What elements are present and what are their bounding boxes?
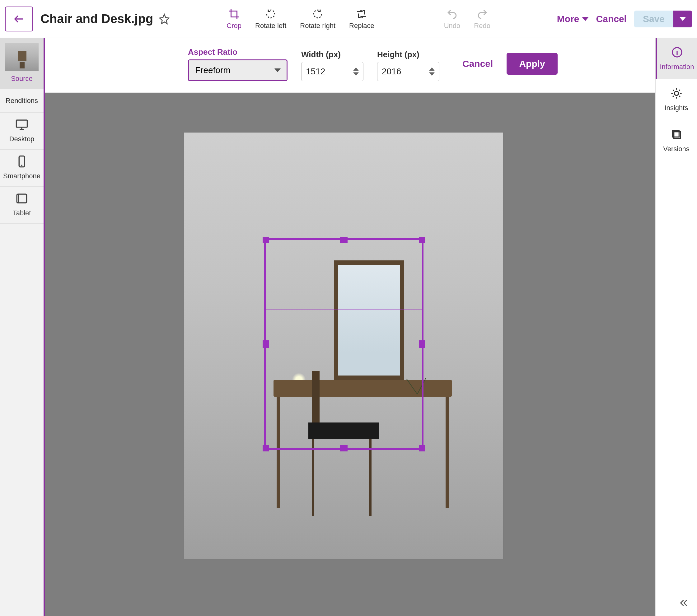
versions-icon [670, 128, 683, 141]
grid-line [318, 240, 318, 448]
cancel-button[interactable]: Cancel [596, 14, 627, 24]
caret-down-icon [353, 72, 359, 76]
crop-controls: Aspect Ratio Freeform Width (px) 1512 [45, 38, 655, 93]
right-rail: Information Insights Versions [655, 38, 697, 616]
rotate-left-label: Rotate left [255, 22, 286, 30]
crop-handle-br[interactable] [419, 445, 425, 451]
aspect-ratio-field: Aspect Ratio Freeform [188, 47, 287, 81]
crop-cancel-button[interactable]: Cancel [462, 59, 493, 69]
caret-down-icon [680, 16, 686, 22]
crop-handle-left[interactable] [263, 340, 269, 348]
rail-label-tablet: Tablet [2, 209, 41, 217]
star-icon [159, 13, 170, 25]
grid-line [266, 309, 422, 310]
main-layout: Source Renditions Desktop Smartphone Tab… [0, 38, 697, 616]
height-input[interactable]: 2016 [377, 62, 439, 81]
rail-label-smartphone: Smartphone [2, 172, 41, 180]
caret-down-icon [429, 72, 435, 76]
favorite-toggle[interactable] [158, 13, 170, 25]
back-button[interactable] [5, 6, 33, 31]
rail-label-source: Source [2, 75, 41, 83]
svg-rect-0 [16, 120, 27, 127]
grid-line [370, 240, 370, 448]
collapse-right-rail[interactable] [678, 597, 689, 610]
rail-item-smartphone[interactable]: Smartphone [0, 150, 44, 187]
height-value: 2016 [382, 66, 429, 77]
crop-handle-top[interactable] [340, 237, 347, 243]
width-input[interactable]: 1512 [301, 62, 364, 81]
canvas[interactable] [45, 93, 655, 616]
rotate-left-icon [265, 8, 277, 20]
redo-label: Redo [474, 22, 490, 30]
insights-icon [670, 87, 683, 100]
crop-handle-tl[interactable] [263, 237, 269, 243]
rotate-right-label: Rotate right [300, 22, 336, 30]
width-spinner[interactable] [353, 67, 359, 76]
rail-label-desktop: Desktop [2, 135, 41, 143]
chevrons-left-icon [678, 597, 689, 609]
crop-tool-label: Crop [226, 22, 241, 30]
redo-icon [476, 8, 488, 20]
page-title: Chair and Desk.jpg [41, 12, 153, 26]
save-button: Save [634, 11, 673, 27]
crop-selection[interactable] [264, 238, 424, 450]
rail-label-renditions: Renditions [2, 97, 41, 105]
tool-group: Crop Rotate left Rotate right Replace Un… [226, 8, 490, 30]
height-field: Height (px) 2016 [377, 50, 439, 81]
width-field: Width (px) 1512 [301, 50, 364, 81]
top-right-actions: More Cancel Save [557, 11, 692, 27]
undo-label: Undo [444, 22, 460, 30]
arrow-left-icon [13, 13, 25, 25]
editor-area: Aspect Ratio Freeform Width (px) 1512 [45, 38, 655, 616]
crop-handle-tr[interactable] [419, 237, 425, 243]
photo-chair [312, 439, 314, 516]
svg-rect-5 [674, 132, 681, 139]
replace-tool[interactable]: Replace [349, 8, 374, 30]
caret-up-icon [353, 67, 359, 71]
rail-item-desktop[interactable]: Desktop [0, 112, 44, 150]
redo-tool: Redo [474, 8, 490, 30]
tablet-icon [15, 192, 28, 205]
crop-tool[interactable]: Crop [226, 8, 241, 30]
undo-tool: Undo [444, 8, 460, 30]
crop-handle-bottom[interactable] [340, 445, 347, 451]
rotate-right-tool[interactable]: Rotate right [300, 8, 336, 30]
aspect-ratio-caret [268, 60, 286, 80]
height-label: Height (px) [377, 50, 439, 59]
height-spinner[interactable] [429, 67, 435, 76]
rotate-right-icon [312, 8, 324, 20]
more-label: More [557, 14, 579, 24]
caret-down-icon [275, 67, 281, 73]
width-label: Width (px) [301, 50, 364, 59]
aspect-ratio-label: Aspect Ratio [188, 47, 287, 57]
svg-point-4 [674, 91, 678, 95]
width-value: 1512 [306, 66, 353, 77]
save-split-button: Save [634, 11, 692, 27]
caret-down-icon [582, 16, 589, 22]
caret-up-icon [429, 67, 435, 71]
desktop-icon [15, 118, 28, 131]
rail-item-tablet[interactable]: Tablet [0, 187, 44, 224]
apply-button[interactable]: Apply [507, 53, 557, 75]
svg-rect-6 [672, 130, 679, 137]
rail-item-insights[interactable]: Insights [656, 79, 697, 120]
top-toolbar: Chair and Desk.jpg Crop Rotate left Rota… [0, 0, 697, 38]
photo-chair [369, 439, 372, 516]
smartphone-icon [15, 155, 28, 168]
crop-handle-right[interactable] [419, 340, 425, 348]
crop-icon [228, 8, 240, 20]
rail-item-versions[interactable]: Versions [656, 120, 697, 161]
more-button[interactable]: More [557, 14, 589, 24]
rail-label-information: Information [659, 63, 695, 71]
aspect-ratio-select[interactable]: Freeform [188, 59, 287, 81]
save-dropdown-button[interactable] [673, 11, 692, 27]
aspect-ratio-value: Freeform [189, 60, 268, 80]
rail-item-renditions[interactable]: Renditions [0, 89, 44, 112]
rail-item-information[interactable]: Information [656, 38, 697, 79]
crop-handle-bl[interactable] [263, 445, 269, 451]
replace-label: Replace [349, 22, 374, 30]
rotate-left-tool[interactable]: Rotate left [255, 8, 286, 30]
rail-item-source[interactable]: Source [0, 38, 44, 89]
rail-label-insights: Insights [657, 104, 695, 112]
left-rail: Source Renditions Desktop Smartphone Tab… [0, 38, 45, 616]
